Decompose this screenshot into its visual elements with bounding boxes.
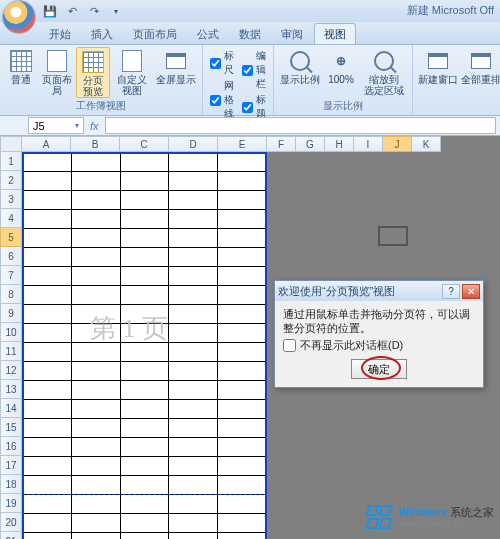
cell[interactable] [120,476,169,495]
cell[interactable] [120,153,169,172]
cell[interactable] [23,514,72,533]
qat-dropdown-icon[interactable]: ▾ [108,3,124,19]
row-header-19[interactable]: 19 [0,494,22,513]
page-break-line[interactable] [22,494,267,495]
cell[interactable] [169,267,218,286]
cell[interactable] [23,153,72,172]
cell[interactable] [23,305,72,324]
tab-review[interactable]: 审阅 [272,24,312,44]
row-header-17[interactable]: 17 [0,456,22,475]
formula-input[interactable] [105,117,496,134]
cell[interactable] [120,172,169,191]
cell[interactable] [71,419,120,438]
cell[interactable] [23,343,72,362]
cell[interactable] [169,229,218,248]
cell[interactable] [23,419,72,438]
dialog-ok-button[interactable]: 确定 [351,359,407,379]
cell[interactable] [23,362,72,381]
cell[interactable] [71,457,120,476]
cell[interactable] [120,210,169,229]
name-box-dropdown-icon[interactable]: ▾ [75,121,79,130]
ruler-checkbox[interactable]: 标尺 [210,49,234,77]
cell[interactable] [169,191,218,210]
cell[interactable] [71,381,120,400]
cell[interactable] [218,191,267,210]
save-icon[interactable]: 💾 [42,3,58,19]
row-header-11[interactable]: 11 [0,342,22,361]
view-fullscreen-button[interactable]: 全屏显示 [154,47,198,85]
cell[interactable] [120,419,169,438]
cell[interactable] [120,305,169,324]
tab-formulas[interactable]: 公式 [188,24,228,44]
cell[interactable] [23,457,72,476]
col-header-F[interactable]: F [267,136,296,152]
col-header-C[interactable]: C [120,136,169,152]
cell[interactable] [169,381,218,400]
row-header-16[interactable]: 16 [0,437,22,456]
row-header-5[interactable]: 5 [0,228,22,247]
cell[interactable] [120,286,169,305]
cell[interactable] [218,305,267,324]
cell[interactable] [120,324,169,343]
cell[interactable] [23,324,72,343]
cell[interactable] [71,476,120,495]
cell[interactable] [120,381,169,400]
cell[interactable] [120,438,169,457]
cell[interactable] [120,495,169,514]
fx-icon[interactable]: fx [90,120,99,132]
cell[interactable] [120,457,169,476]
cell[interactable] [218,533,267,540]
cell[interactable] [23,533,72,540]
dialog-titlebar[interactable]: 欢迎使用“分页预览”视图 ? ✕ [275,281,483,301]
cell[interactable] [120,343,169,362]
cell[interactable] [169,210,218,229]
row-header-15[interactable]: 15 [0,418,22,437]
cell[interactable] [71,514,120,533]
cell[interactable] [169,286,218,305]
arrange-all-button[interactable]: 全部重排 [460,47,500,85]
row-header-12[interactable]: 12 [0,361,22,380]
view-page-break-button[interactable]: 分页 预览 [76,47,110,98]
cell[interactable] [169,172,218,191]
cell[interactable] [71,533,120,540]
cell[interactable] [23,210,72,229]
cell[interactable] [23,191,72,210]
cell[interactable] [120,229,169,248]
dialog-close-button[interactable]: ✕ [462,284,480,299]
formulabar-checkbox[interactable]: 编辑栏 [242,49,266,91]
cell[interactable] [218,419,267,438]
cell[interactable] [120,267,169,286]
cell[interactable] [23,248,72,267]
cell[interactable] [120,362,169,381]
tab-insert[interactable]: 插入 [82,24,122,44]
cell[interactable] [169,305,218,324]
cell[interactable] [23,400,72,419]
view-page-layout-button[interactable]: 页面布局 [40,47,74,96]
cell[interactable] [71,362,120,381]
cell[interactable] [71,343,120,362]
cell[interactable] [169,457,218,476]
cell[interactable] [218,495,267,514]
cell[interactable] [23,267,72,286]
dialog-dont-show-checkbox[interactable]: 不再显示此对话框(D) [283,338,475,353]
cell[interactable] [23,381,72,400]
cell[interactable] [71,286,120,305]
col-header-A[interactable]: A [22,136,71,152]
cell[interactable] [218,400,267,419]
cell[interactable] [71,191,120,210]
cell[interactable] [218,210,267,229]
row-header-2[interactable]: 2 [0,171,22,190]
cell[interactable] [169,438,218,457]
cell[interactable] [71,324,120,343]
row-header-8[interactable]: 8 [0,285,22,304]
cell[interactable] [218,324,267,343]
row-header-3[interactable]: 3 [0,190,22,209]
cell[interactable] [71,305,120,324]
cell[interactable] [23,229,72,248]
cell[interactable] [169,514,218,533]
row-header-20[interactable]: 20 [0,513,22,532]
cell[interactable] [71,438,120,457]
cell[interactable] [23,286,72,305]
new-window-button[interactable]: 新建窗口 [417,47,458,85]
cell[interactable] [218,343,267,362]
